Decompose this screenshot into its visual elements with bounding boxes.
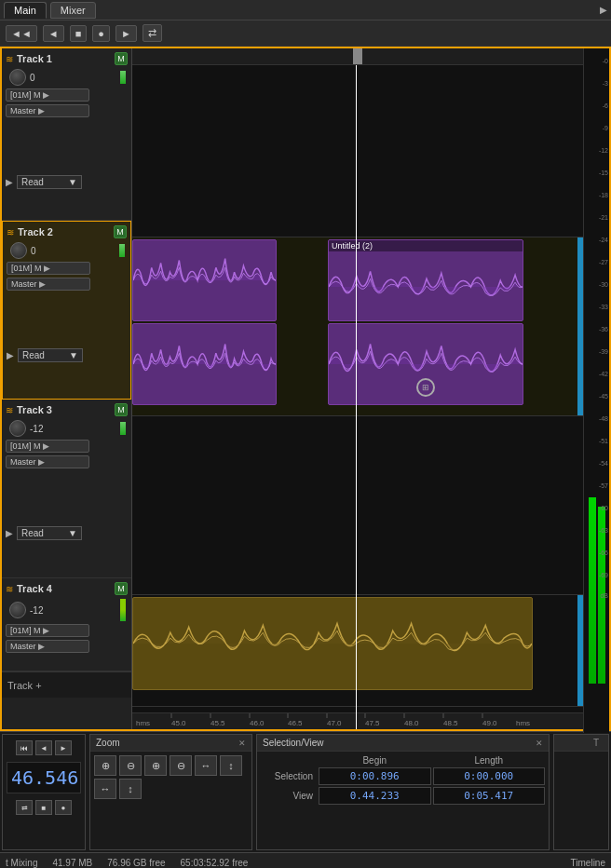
track3-volume-knob[interactable] (9, 420, 26, 437)
vu-label-45: -45 (599, 386, 608, 408)
track-lane-3[interactable] (132, 416, 583, 595)
track1-expand-arrow[interactable]: ▶ (6, 177, 13, 187)
track1-bus-btn[interactable]: Master ▶ (6, 104, 89, 117)
t-back-btn[interactable]: ◄ (35, 740, 52, 755)
track1-volume-knob[interactable] (9, 69, 26, 86)
track3-routing-btn[interactable]: [01M] M ▶ (6, 440, 89, 453)
t-play-btn[interactable]: ► (55, 740, 72, 755)
track3-volume-value: -12 (30, 424, 43, 434)
track4-clip[interactable] (132, 597, 533, 690)
track4-name: Track 4 (17, 583, 111, 594)
track1-wave-icon: ≋ (6, 54, 13, 64)
t-loop-btn[interactable]: ⇄ (16, 800, 33, 815)
track4-volume-value: -12 (30, 605, 43, 616)
track3-bus-btn[interactable]: Master ▶ (6, 455, 89, 468)
waveform-2-right-top (329, 253, 523, 320)
vu-label-18: -18 (599, 184, 608, 207)
track-lane-1[interactable] (132, 65, 583, 237)
vu-label-60: -60 (599, 497, 608, 520)
selection-panel-close[interactable]: ✕ (536, 739, 543, 748)
toolbar-back-btn[interactable]: ◄ (43, 25, 64, 42)
sel-row2-label: View (261, 791, 317, 801)
waveform-4 (133, 598, 532, 689)
selection-panel-header: Selection/View ✕ (257, 735, 549, 752)
top-bar: Main Mixer ▶ (0, 0, 611, 20)
zoom-btn-8[interactable]: ↕ (119, 779, 142, 799)
svg-text:47.0: 47.0 (327, 719, 342, 727)
toolbar-loop-btn[interactable]: ⇄ (143, 24, 162, 42)
track-add-btn[interactable]: Track + (2, 671, 131, 698)
track3-meter (120, 422, 126, 435)
track2-wave-icon: ≋ (7, 227, 14, 237)
t-record-btn[interactable]: ● (55, 800, 72, 815)
zoom-btn-3[interactable]: ⊕ (144, 755, 167, 776)
svg-text:46.0: 46.0 (250, 719, 265, 727)
sel-row1-begin[interactable]: 0:00.896 (319, 767, 431, 785)
track3-mode-dropdown[interactable]: Read ▼ (17, 526, 82, 540)
zoom-panel-close[interactable]: ✕ (238, 739, 246, 748)
track-lane-2[interactable]: Untitled (2) (132, 237, 583, 416)
svg-text:45.0: 45.0 (171, 719, 186, 727)
tab-mixer[interactable]: Mixer (50, 2, 96, 19)
top-bar-arrow[interactable]: ▶ (600, 5, 607, 15)
track2-mute-btn[interactable]: M (114, 225, 127, 238)
sel-row2-begin[interactable]: 0.44.233 (319, 787, 431, 805)
track2-name: Track 2 (18, 226, 110, 237)
zoom-btn-4[interactable]: ⊖ (170, 755, 192, 776)
playhead-marker[interactable] (353, 48, 362, 64)
track4-bus-btn[interactable]: Master ▶ (6, 640, 89, 653)
zoom-btn-6[interactable]: ↕ (220, 755, 242, 776)
toolbar-stop-btn[interactable]: ■ (70, 25, 88, 42)
vu-label-66: -66 (599, 542, 608, 564)
status-disk: 76.96 GB free (107, 858, 165, 868)
track2-bus-btn[interactable]: Master ▶ (7, 278, 90, 291)
track2-clip-left-bottom[interactable] (132, 323, 277, 405)
track4-volume-knob[interactable] (9, 602, 26, 618)
t-stop-btn[interactable]: ■ (35, 800, 52, 815)
track1-routing-btn[interactable]: [01M] M ▶ (6, 88, 89, 102)
toolbar-record-btn[interactable]: ● (92, 25, 110, 42)
zoom-btn-1[interactable]: ⊕ (94, 755, 116, 776)
toolbar-rewind-btn[interactable]: ◄◄ (6, 25, 37, 42)
track2-expand-arrow[interactable]: ▶ (7, 350, 14, 360)
waveform-2-left-top (133, 240, 276, 320)
tab-main[interactable]: Main (4, 2, 47, 19)
track1-mode-dropdown[interactable]: Read ▼ (17, 175, 82, 189)
track4-mute-btn[interactable]: M (115, 582, 128, 595)
sel-row1-length[interactable]: 0:00.000 (433, 767, 546, 785)
track-header-4: ≋ Track 4 M -12 [01M] M ▶ Master ▶ (2, 578, 131, 671)
zoom-btn-5[interactable]: ↔ (195, 755, 217, 776)
vu-label-51: -51 (599, 430, 608, 453)
extra-panel-header: T (554, 735, 608, 752)
track2-routing-btn[interactable]: [01M] M ▶ (7, 262, 90, 275)
track3-mute-btn[interactable]: M (115, 403, 128, 416)
extra-panel-close[interactable]: T (590, 737, 603, 749)
zoom-btn-7[interactable]: ↔ (94, 779, 116, 799)
track2-clip-left-top[interactable] (132, 239, 277, 321)
tracks-canvas: Untitled (2) (132, 65, 583, 729)
track1-mute-btn[interactable]: M (115, 52, 128, 65)
sel-grid: Begin Length Selection 0:00.896 0:00.000… (257, 752, 549, 808)
transport-time-display: 46.546 (7, 762, 81, 793)
sel-row2-length[interactable]: 0:05.417 (433, 787, 546, 805)
sel-col-length: Length (433, 755, 546, 766)
track2-clip-right-top[interactable]: Untitled (2) (328, 239, 523, 321)
track-lane-4[interactable] (132, 595, 583, 707)
zoom-btn-2[interactable]: ⊖ (119, 755, 142, 776)
status-bar: t Mixing 41.97 MB 76.96 GB free 65:03:52… (0, 852, 611, 868)
svg-text:48.5: 48.5 (443, 719, 458, 727)
track2-volume-knob[interactable] (10, 242, 27, 259)
track3-name: Track 3 (17, 404, 111, 415)
vu-label-21: -21 (599, 207, 608, 229)
zoom-panel-title: Zoom (96, 738, 120, 748)
zoom-buttons: ⊕ ⊖ ⊕ ⊖ ↔ ↕ ↔ ↕ (90, 752, 251, 803)
track4-routing-btn[interactable]: [01M] M ▶ (6, 624, 89, 637)
track2-clip-right-bottom[interactable]: ⊞ (328, 323, 523, 405)
toolbar-play-btn[interactable]: ► (115, 25, 137, 42)
track2-mode-dropdown[interactable]: Read ▼ (18, 348, 83, 362)
clip-copy-icon: ⊞ (416, 378, 435, 397)
t-rewind-btn[interactable]: ⏮ (16, 740, 33, 755)
track3-expand-arrow[interactable]: ▶ (6, 528, 13, 538)
selection-panel-title: Selection/View (263, 738, 323, 748)
status-timeline: Timeline (571, 858, 605, 868)
